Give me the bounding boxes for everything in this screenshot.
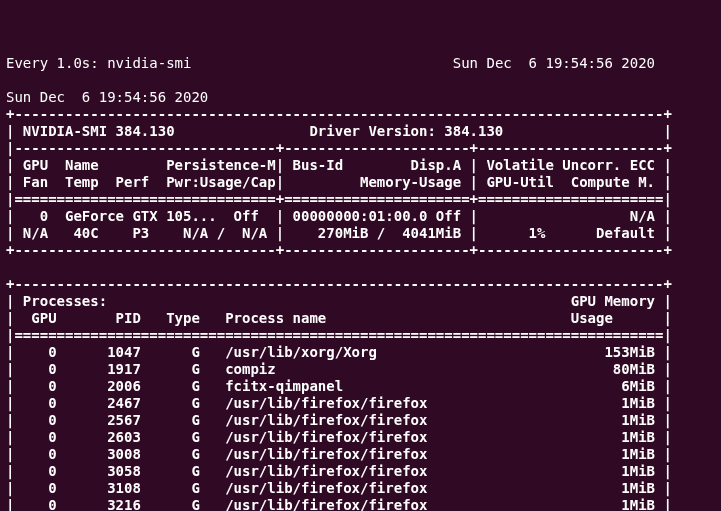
smi-proc-sep: |=======================================… — [6, 327, 672, 343]
terminal-output: Every 1.0s: nvidia-smi Sun Dec 6 19:54:5… — [0, 34, 721, 511]
smi-proc-row-0: | 0 1047 G /usr/lib/xorg/Xorg 153MiB | — [6, 344, 672, 360]
smi-hdr1: | GPU Name Persistence-M| Bus-Id Disp.A … — [6, 157, 672, 173]
smi-hdr2: | Fan Temp Perf Pwr:Usage/Cap| Memory-Us… — [6, 174, 672, 190]
watch-header-line: Every 1.0s: nvidia-smi Sun Dec 6 19:54:5… — [6, 55, 655, 71]
smi-version-line: | NVIDIA-SMI 384.130 Driver Version: 384… — [6, 123, 672, 139]
timestamp-line: Sun Dec 6 19:54:56 2020 — [6, 89, 208, 105]
smi-proc-row-3: | 0 2467 G /usr/lib/firefox/firefox 1MiB… — [6, 395, 672, 411]
smi-border-top: +---------------------------------------… — [6, 106, 672, 122]
smi-proc-row-2: | 0 2006 G fcitx-qimpanel 6MiB | — [6, 378, 672, 394]
smi-gpu-row2: | N/A 40C P3 N/A / N/A | 270MiB / 4041Mi… — [6, 225, 672, 241]
smi-proc-row-7: | 0 3058 G /usr/lib/firefox/firefox 1MiB… — [6, 463, 672, 479]
smi-proc-top: +---------------------------------------… — [6, 276, 672, 292]
smi-border-mid: +-------------------------------+-------… — [6, 242, 672, 258]
smi-proc-row-9: | 0 3216 G /usr/lib/firefox/firefox 1MiB… — [6, 497, 672, 511]
smi-proc-hdr1: | Processes: GPU Memory | — [6, 293, 672, 309]
smi-proc-row-5: | 0 2603 G /usr/lib/firefox/firefox 1MiB… — [6, 429, 672, 445]
smi-proc-row-6: | 0 3008 G /usr/lib/firefox/firefox 1MiB… — [6, 446, 672, 462]
smi-proc-hdr2: | GPU PID Type Process name Usage | — [6, 310, 672, 326]
smi-gpu-row1: | 0 GeForce GTX 105... Off | 00000000:01… — [6, 208, 672, 224]
smi-proc-row-4: | 0 2567 G /usr/lib/firefox/firefox 1MiB… — [6, 412, 672, 428]
smi-hdr-sep1: |-------------------------------+-------… — [6, 140, 672, 156]
smi-proc-row-1: | 0 1917 G compiz 80MiB | — [6, 361, 672, 377]
smi-hdr-sep2: |===============================+=======… — [6, 191, 672, 207]
smi-blank — [6, 259, 672, 275]
smi-proc-row-8: | 0 3108 G /usr/lib/firefox/firefox 1MiB… — [6, 480, 672, 496]
